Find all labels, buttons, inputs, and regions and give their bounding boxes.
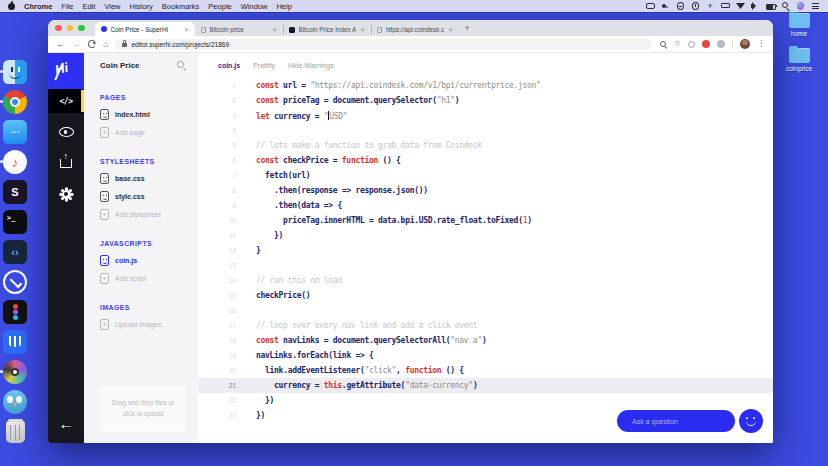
tab-close-icon[interactable]: × (360, 26, 364, 33)
code-line[interactable]: 5// lets make a function to grab data fr… (198, 138, 773, 153)
address-bar[interactable]: editor.superhi.com/projects/21869 (115, 39, 651, 50)
dock-chrome[interactable] (3, 90, 27, 114)
dock-figma[interactable] (3, 300, 27, 324)
adblock-extension-icon[interactable] (702, 40, 710, 48)
code-view-tool[interactable]: </> (48, 89, 84, 113)
settings-tool[interactable] (48, 182, 84, 206)
new-tab-button[interactable]: + (465, 24, 470, 33)
desktop-folder-home[interactable]: home (776, 13, 822, 37)
sidebar-item-index-html[interactable]: index.html (100, 109, 198, 120)
code-line[interactable]: 13 (198, 258, 773, 273)
code-line[interactable]: 2const priceTag = document.querySelector… (198, 93, 773, 108)
forward-icon[interactable]: → (72, 40, 81, 49)
tab-close-icon[interactable]: × (184, 26, 188, 33)
back-icon[interactable]: ← (56, 40, 65, 49)
apple-menu-icon[interactable] (8, 3, 15, 10)
sidebar-item-add-stylesheet[interactable]: Add stylesheet (100, 209, 198, 220)
reload-icon[interactable] (88, 40, 96, 48)
browser-tab[interactable]: https://api.coindesk.com/v1...× (371, 23, 459, 36)
sidebar-item-add-script[interactable]: Add script (100, 273, 198, 284)
dock-mail[interactable] (3, 270, 27, 294)
back-arrow-button[interactable]: ← (48, 415, 84, 432)
code-line[interactable]: 10 priceTag.innerHTML = data.bpi.USD.rat… (198, 213, 773, 228)
plus-icon[interactable] (706, 2, 715, 10)
sidebar-item-upload-images[interactable]: Upload images (100, 319, 198, 330)
code-line[interactable]: 19navLinks.forEach(link => { (198, 348, 773, 363)
code-line[interactable]: 6const checkPrice = function () { (198, 153, 773, 168)
battery-icon[interactable] (766, 2, 775, 10)
tab-close-icon[interactable]: × (272, 26, 276, 33)
code-line[interactable]: 1const url = "https://api.coindesk.com/v… (198, 78, 773, 93)
bookmark-star-icon[interactable]: ☆ (674, 40, 681, 48)
maximize-window-button[interactable] (78, 25, 85, 32)
ask-question-input[interactable]: Ask a question (617, 410, 735, 432)
code-line[interactable]: 7 fetch(url) (198, 168, 773, 183)
do-not-disturb-icon[interactable] (676, 2, 685, 10)
display-icon[interactable] (721, 2, 730, 10)
menu-item-edit[interactable]: Edit (82, 2, 95, 11)
preview-tool[interactable] (48, 120, 84, 144)
smiley-help-button[interactable] (739, 409, 763, 433)
code-area[interactable]: 1const url = "https://api.coindesk.com/v… (198, 78, 773, 423)
dock-music[interactable] (3, 150, 27, 174)
code-line[interactable]: 16 (198, 303, 773, 318)
dock-messages[interactable] (3, 120, 27, 144)
dock-slack[interactable] (3, 180, 27, 204)
siri-icon[interactable] (796, 2, 805, 10)
code-line[interactable]: 11 }) (198, 228, 773, 243)
close-window-button[interactable] (55, 25, 62, 32)
code-line[interactable]: 12} (198, 243, 773, 258)
profile-avatar[interactable] (740, 39, 750, 49)
zoom-icon[interactable] (659, 40, 667, 48)
file-dropzone[interactable]: Drag and drop files or click to upload (100, 386, 186, 431)
desktop-folder-coinprice[interactable]: coinprice (776, 48, 822, 72)
menu-item-window[interactable]: Window (241, 2, 268, 11)
volume-icon[interactable] (751, 2, 760, 10)
code-line[interactable]: 15checkPrice() (198, 288, 773, 303)
menu-item-view[interactable]: View (104, 2, 120, 11)
tab-close-icon[interactable]: × (448, 26, 452, 33)
dock-code-editor[interactable] (3, 240, 27, 264)
browser-tab[interactable]: Bitcoin price× (195, 23, 283, 36)
code-line[interactable]: 20 link.addEventListener("click", functi… (198, 363, 773, 378)
code-line[interactable]: 18const navLinks = document.querySelecto… (198, 333, 773, 348)
clock-icon[interactable] (691, 2, 700, 10)
users-icon[interactable] (661, 2, 670, 10)
sidebar-item-add-page[interactable]: Add page (100, 127, 198, 138)
dock-terminal[interactable] (3, 210, 27, 234)
extension-icon-2[interactable] (717, 40, 725, 48)
dock-intercom[interactable] (3, 330, 27, 354)
dock-finder[interactable] (3, 60, 27, 84)
code-line[interactable]: 22 }) (198, 393, 773, 408)
code-line[interactable]: 9 .then(data => { (198, 198, 773, 213)
browser-tab[interactable]: Bitcoin Price Index API - Coi...× (283, 23, 371, 36)
menu-item-chrome[interactable]: Chrome (24, 2, 52, 11)
superhi-logo[interactable]: Hi (48, 53, 84, 89)
code-line[interactable]: 17// loop over every nav link and add a … (198, 318, 773, 333)
menu-item-history[interactable]: History (130, 2, 153, 11)
dock-bird-app[interactable] (3, 390, 27, 414)
spotlight-icon[interactable] (781, 2, 790, 10)
code-line[interactable]: 8 .then(response => response.json()) (198, 183, 773, 198)
screen-mirroring-icon[interactable] (646, 2, 655, 10)
notification-center-icon[interactable] (811, 2, 820, 10)
code-line[interactable]: 14// run this on load (198, 273, 773, 288)
menu-item-people[interactable]: People (208, 2, 231, 11)
url-text[interactable]: editor.superhi.com/projects/21869 (131, 41, 229, 48)
menu-item-file[interactable]: File (61, 2, 73, 11)
prettify-button[interactable]: Prettify (253, 62, 275, 69)
search-icon[interactable] (177, 61, 186, 70)
browser-menu-icon[interactable]: ⋮ (757, 40, 765, 48)
minimize-window-button[interactable] (67, 25, 74, 32)
browser-tab[interactable]: Coin Price - SuperHi× (95, 22, 195, 36)
dock-trash[interactable] (3, 420, 27, 444)
sidebar-item-coin-js[interactable]: coin.js (100, 255, 198, 266)
code-line[interactable]: 21 currency = this.getAttribute("data-cu… (198, 378, 773, 393)
code-line[interactable]: 4 (198, 123, 773, 138)
home-icon[interactable]: ⌂ (103, 40, 108, 49)
dock-media-app[interactable] (3, 360, 27, 384)
menu-item-help[interactable]: Help (276, 2, 291, 11)
sidebar-item-style-css[interactable]: style.css (100, 191, 198, 202)
sidebar-item-base-css[interactable]: base.css (100, 173, 198, 184)
extension-icon[interactable] (688, 41, 695, 48)
